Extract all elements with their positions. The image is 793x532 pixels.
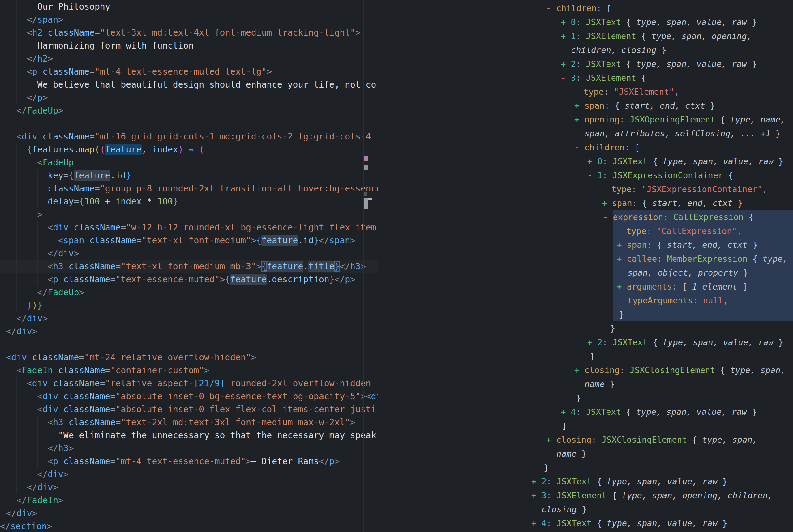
code-line[interactable]: </span> <box>0 13 378 26</box>
ast-line[interactable]: ] <box>378 349 793 363</box>
ast-line-selected[interactable]: } <box>378 307 793 321</box>
ast-line[interactable]: + 2: JSXText { type, span, value, raw } <box>378 474 793 488</box>
ast-line-selected[interactable]: typeArguments: null, <box>378 293 793 307</box>
code-line[interactable]: </div> <box>0 481 378 494</box>
expand-icon[interactable]: + <box>587 338 598 347</box>
ast-line[interactable]: - 1: JSXExpressionContainer { <box>378 168 793 182</box>
expand-icon[interactable]: + <box>561 407 571 417</box>
code-line[interactable]: </h2> <box>0 52 378 65</box>
ast-line-selected[interactable]: + arguments: [ 1 element ] <box>378 280 793 293</box>
ast-line[interactable]: } <box>378 460 793 474</box>
ast-line[interactable]: } <box>378 321 793 335</box>
code-line[interactable]: </div> <box>0 325 378 338</box>
expand-icon[interactable]: + <box>602 198 612 208</box>
ast-line[interactable]: + closing: JSXClosingElement { type, spa… <box>378 363 793 377</box>
code-line[interactable]: className="group p-8 rounded-2xl transit… <box>0 182 378 195</box>
code-line[interactable]: Our Philosophy <box>0 0 378 13</box>
code-line[interactable]: We believe that beautiful design should … <box>0 78 378 91</box>
code-line[interactable]: <div className="mt-24 relative overflow-… <box>0 351 378 364</box>
expand-icon[interactable]: + <box>561 59 571 69</box>
ast-line-selected[interactable]: type: "CallExpression", <box>378 224 793 238</box>
ast-line[interactable]: children, closing } <box>378 43 793 57</box>
code-line[interactable]: > <box>0 208 378 221</box>
code-line[interactable]: <h2 className="text-3xl md:text-4xl font… <box>0 26 378 39</box>
code-line[interactable] <box>0 117 378 130</box>
ast-line-selected[interactable]: + span: { start, end, ctxt } <box>378 238 793 252</box>
ast-line[interactable]: + 0: JSXText { type, span, value, raw } <box>378 15 793 29</box>
ast-line[interactable]: + 0: JSXText { type, span, value, raw } <box>378 154 793 168</box>
ast-line[interactable]: + 2: JSXText { type, span, value, raw } <box>378 57 793 71</box>
expand-icon[interactable]: + <box>574 115 584 124</box>
code-line[interactable]: <p className="text-essence-muted">{featu… <box>0 273 378 286</box>
code-line[interactable]: </section> <box>0 520 378 532</box>
ast-line[interactable]: + 4: JSXText { type, span, value, raw } <box>378 405 793 419</box>
code-line[interactable]: <span className="text-xl font-medium">{f… <box>0 234 378 247</box>
ast-line[interactable]: } <box>378 391 793 405</box>
ast-line[interactable]: name } <box>378 377 793 391</box>
collapse-icon[interactable]: - <box>587 170 598 180</box>
ast-line[interactable]: + 2: JSXText { type, span, value, raw } <box>378 335 793 349</box>
code-line[interactable]: <div className="absolute inset-0 bg-esse… <box>0 390 378 403</box>
code-line[interactable]: {features.map((feature, index) ⇒ ( <box>0 143 378 156</box>
code-line[interactable]: "We eliminate the unnecessary so that th… <box>0 429 378 442</box>
collapse-icon[interactable]: - <box>574 142 584 152</box>
ast-line[interactable]: + opening: JSXOpeningElement { type, nam… <box>378 113 793 127</box>
code-line[interactable]: <FadeIn className="container-custom"> <box>0 364 378 377</box>
expand-icon[interactable]: + <box>574 365 584 375</box>
code-line[interactable]: </FadeIn> <box>0 494 378 507</box>
ast-line[interactable]: + closing: JSXClosingElement { type, spa… <box>378 433 793 446</box>
code-line[interactable]: key={feature.id} <box>0 169 378 182</box>
ast-line[interactable]: name } <box>378 446 793 460</box>
code-line[interactable]: <h3 className="text-2xl md:text-3xl font… <box>0 416 378 429</box>
collapse-icon[interactable]: - <box>546 3 556 13</box>
ast-line-selected[interactable]: - expression: CallExpression { <box>378 210 793 224</box>
expand-icon[interactable]: + <box>531 518 542 528</box>
ast-line[interactable]: + 1: JSXElement { type, span, opening, <box>378 29 793 43</box>
code-line[interactable]: </div> <box>0 468 378 481</box>
code-line[interactable]: </div> <box>0 247 378 260</box>
ast-line[interactable]: closing } <box>378 502 793 516</box>
ast-line[interactable]: - children: [ <box>378 1 793 15</box>
expand-icon[interactable]: + <box>617 240 627 250</box>
expand-icon[interactable]: + <box>561 31 571 41</box>
expand-icon[interactable]: + <box>617 282 627 291</box>
expand-icon[interactable]: + <box>546 435 556 444</box>
collapse-icon[interactable]: - <box>561 73 571 82</box>
code-line[interactable]: delay={100 + index * 100} <box>0 195 378 208</box>
code-line[interactable]: <div className="absolute inset-0 flex fl… <box>0 403 378 416</box>
code-line[interactable]: </div> <box>0 507 378 520</box>
code-line[interactable]: <p className="mt-4 text-essence-muted">—… <box>0 455 378 468</box>
ast-line[interactable]: + span: { start, end, ctxt } <box>378 196 793 210</box>
code-line-current[interactable]: <h3 className="text-xl font-medium mb-3"… <box>0 260 378 273</box>
ast-line[interactable]: ] <box>378 419 793 433</box>
code-line[interactable]: <FadeUp <box>0 156 378 169</box>
ast-line[interactable]: + 3: JSXElement { type, span, opening, c… <box>378 488 793 502</box>
code-line[interactable]: </div> <box>0 312 378 325</box>
code-line[interactable]: <div className="mt-16 grid grid-cols-1 m… <box>0 130 378 143</box>
expand-icon[interactable]: + <box>574 101 584 110</box>
expand-icon[interactable]: + <box>587 156 598 166</box>
ast-line[interactable]: span, attributes, selfClosing, ... +1 } <box>378 127 793 140</box>
code-line[interactable]: </FadeUp> <box>0 286 378 299</box>
ast-line[interactable]: + 4: JSXText { type, span, value, raw } <box>378 516 793 530</box>
code-line[interactable]: <div className="relative aspect-[21/9] r… <box>0 377 378 390</box>
code-line[interactable] <box>0 338 378 351</box>
expand-icon[interactable]: + <box>561 17 571 27</box>
ast-line[interactable]: + span: { start, end, ctxt } <box>378 99 793 113</box>
code-line[interactable]: </FadeUp> <box>0 104 378 117</box>
ast-line-selected[interactable]: + callee: MemberExpression { type, <box>378 252 793 266</box>
ast-line[interactable]: - children: [ <box>378 140 793 154</box>
collapse-icon[interactable]: - <box>603 212 613 222</box>
expand-icon[interactable]: + <box>531 491 542 500</box>
code-line[interactable]: <p className="mt-4 text-essence-muted te… <box>0 65 378 78</box>
ast-line[interactable]: - 3: JSXElement { <box>378 71 793 85</box>
code-line[interactable]: </h3> <box>0 442 378 455</box>
code-line[interactable]: <div className="w-12 h-12 rounded-xl bg-… <box>0 221 378 234</box>
ast-line[interactable]: type: "JSXElement", <box>378 85 793 99</box>
code-line[interactable]: Harmonizing form with function <box>0 39 378 52</box>
ast-line[interactable]: type: "JSXExpressionContainer", <box>378 182 793 196</box>
expand-icon[interactable]: + <box>531 477 542 486</box>
code-line[interactable]: </p> <box>0 91 378 104</box>
ast-line-selected[interactable]: span, object, property } <box>378 266 793 280</box>
expand-icon[interactable]: + <box>617 254 627 264</box>
